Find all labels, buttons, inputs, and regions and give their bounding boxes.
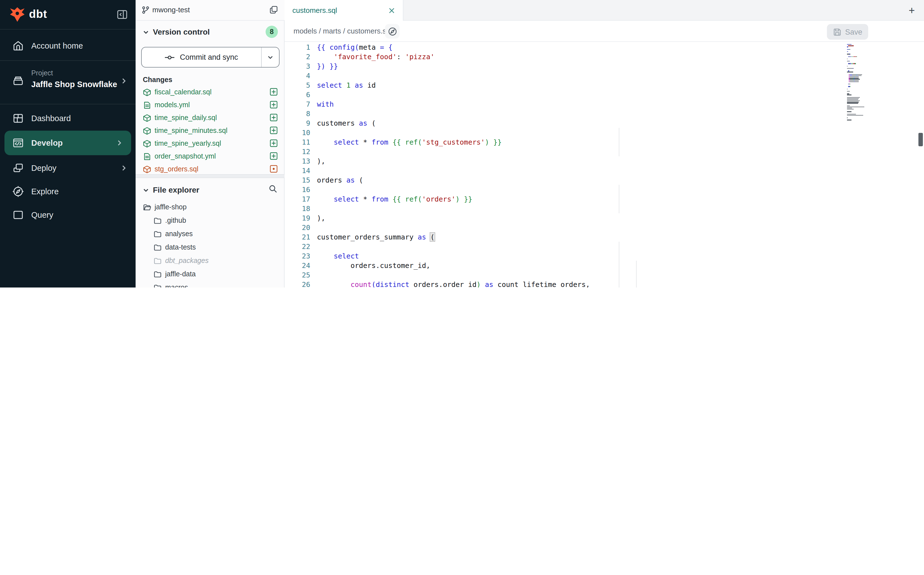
copy-icon[interactable]	[269, 5, 279, 14]
git-branch-icon	[141, 6, 150, 14]
changed-file-time_spine_daily.sql[interactable]: time_spine_daily.sql	[136, 112, 285, 124]
code-line-18[interactable]: 18	[285, 204, 924, 213]
lineage-compass-icon[interactable]	[385, 24, 399, 38]
code-line-13[interactable]: 13),	[285, 156, 924, 166]
code-line-25[interactable]: 25	[285, 270, 924, 280]
doc-icon	[143, 101, 151, 109]
breadcrumb-bar: models / marts / customers.sql Save	[285, 21, 924, 42]
plus-badge-icon[interactable]	[269, 87, 278, 96]
logo-row: dbt	[0, 0, 136, 29]
cube-icon	[143, 165, 151, 173]
tree-item-.github[interactable]: .github	[136, 214, 285, 228]
code-line-12[interactable]: 12	[285, 147, 924, 156]
doc-icon	[143, 152, 151, 160]
develop-icon	[12, 137, 24, 149]
chevron-down-icon	[142, 29, 149, 36]
changed-file-time_spine_yearly.sql[interactable]: time_spine_yearly.sql	[136, 137, 285, 150]
tree-item-analyses[interactable]: analyses	[136, 228, 285, 241]
search-icon[interactable]	[268, 184, 278, 194]
sidebar-item-project[interactable]: Project Jaffle Shop Snowflake	[0, 62, 136, 99]
dot-badge-icon[interactable]	[269, 165, 278, 173]
editor-minimap[interactable]	[847, 44, 889, 128]
close-icon[interactable]	[388, 7, 395, 14]
tab-customers-sql[interactable]: customers.sql	[285, 0, 403, 21]
query-icon	[12, 209, 24, 221]
plus-badge-icon[interactable]	[269, 152, 278, 160]
tree-item-jaffle-data[interactable]: jaffle-data	[136, 268, 285, 281]
cube-icon	[143, 140, 151, 148]
code-line-15[interactable]: 15orders as (	[285, 175, 924, 185]
file-explorer-section-header[interactable]: File explorer	[136, 183, 285, 198]
changed-file-order_snapshot.yml[interactable]: order_snapshot.yml	[136, 150, 285, 163]
plus-badge-icon[interactable]	[269, 139, 278, 148]
code-line-22[interactable]: 22	[285, 242, 924, 251]
version-control-section-header[interactable]: Version control 8	[136, 25, 285, 40]
code-line-6[interactable]: 6	[285, 90, 924, 99]
deploy-icon	[12, 162, 24, 174]
code-line-9[interactable]: 9customers as (	[285, 118, 924, 128]
tree-item-data-tests[interactable]: data-tests	[136, 241, 285, 254]
section-divider	[136, 174, 285, 178]
code-line-8[interactable]: 8	[285, 109, 924, 118]
sidebar-item-account-home[interactable]: Account home	[0, 33, 136, 58]
cube-icon	[143, 127, 151, 135]
code-line-10[interactable]: 10	[285, 128, 924, 137]
branch-name[interactable]: mwong-test	[152, 6, 190, 14]
commit-options-chevron[interactable]	[261, 48, 279, 67]
sidebar-item-develop[interactable]: Develop	[5, 131, 131, 155]
tree-item-jaffle-shop[interactable]: jaffle-shop	[136, 201, 285, 214]
code-line-1[interactable]: 1{{ config(meta = {	[285, 43, 924, 52]
changes-list: fiscal_calendar.sql models.yml time_spin…	[136, 86, 285, 174]
code-editor[interactable]: 1{{ config(meta = {2 'favorite_food': 'p…	[285, 42, 924, 288]
changed-file-fiscal_calendar.sql[interactable]: fiscal_calendar.sql	[136, 86, 285, 99]
code-line-14[interactable]: 14	[285, 166, 924, 175]
tree-item-dbt_packages[interactable]: dbt_packages	[136, 254, 285, 268]
changed-file-stg_orders.sql[interactable]: stg_orders.sql	[136, 163, 285, 174]
code-line-2[interactable]: 2 'favorite_food': 'pizza'	[285, 52, 924, 61]
code-line-23[interactable]: 23 select	[285, 251, 924, 261]
sidebar-item-deploy[interactable]: Deploy	[0, 156, 136, 180]
tree-item-macros[interactable]: macros	[136, 281, 285, 288]
sidebar-item-dashboard[interactable]: Dashboard	[0, 106, 136, 131]
code-line-20[interactable]: 20	[285, 223, 924, 232]
folder-icon	[154, 257, 162, 265]
code-line-24[interactable]: 24 orders.customer_id,	[285, 261, 924, 270]
dbt-cloud-ide: dbt Account home Dashboard Develop Deplo…	[0, 0, 924, 288]
code-line-16[interactable]: 16	[285, 185, 924, 194]
chevron-right-icon	[120, 164, 128, 172]
plus-badge-icon[interactable]	[269, 126, 278, 135]
code-line-21[interactable]: 21customer_orders_summary as (	[285, 232, 924, 242]
code-line-4[interactable]: 4	[285, 71, 924, 80]
save-button[interactable]: Save	[827, 24, 868, 40]
sidebar-item-explore[interactable]: Explore	[0, 179, 136, 204]
code-line-3[interactable]: 3}) }}	[285, 61, 924, 71]
file-tree: jaffle-shop .github analyses data-tests …	[136, 201, 285, 288]
code-line-17[interactable]: 17 select * from {{ ref('orders') }}	[285, 194, 924, 204]
chevron-down-icon	[142, 186, 149, 194]
sidebar-item-query[interactable]: Query	[0, 203, 136, 227]
code-line-26[interactable]: 26 count(distinct orders.order_id) as co…	[285, 280, 924, 288]
tab-title: customers.sql	[292, 6, 337, 14]
code-line-7[interactable]: 7with	[285, 99, 924, 109]
project-kicker: Project	[31, 69, 53, 77]
editor-scrollbar[interactable]	[918, 133, 923, 146]
collapse-sidebar-icon[interactable]	[117, 9, 128, 20]
commit-and-sync-button[interactable]: Commit and sync	[141, 47, 279, 68]
changed-file-models.yml[interactable]: models.yml	[136, 99, 285, 112]
plus-badge-icon[interactable]	[269, 113, 278, 122]
chevron-right-icon	[116, 139, 123, 147]
code-line-5[interactable]: 5select 1 as id	[285, 80, 924, 90]
folder-icon	[154, 284, 162, 288]
main-area: customers.sql + models / marts / custome…	[285, 0, 924, 288]
save-label: Save	[845, 28, 862, 36]
changes-count-badge: 8	[266, 26, 278, 38]
code-line-11[interactable]: 11 select * from {{ ref('stg_customers')…	[285, 137, 924, 147]
project-icon	[12, 75, 24, 87]
plus-badge-icon[interactable]	[269, 100, 278, 109]
folder-icon	[154, 243, 162, 252]
code-line-19[interactable]: 19),	[285, 213, 924, 223]
new-tab-button[interactable]: +	[905, 4, 918, 17]
logo-wordmark: dbt	[29, 8, 47, 21]
save-icon	[833, 28, 841, 36]
changed-file-time_spine_minutes.sql[interactable]: time_spine_minutes.sql	[136, 124, 285, 137]
